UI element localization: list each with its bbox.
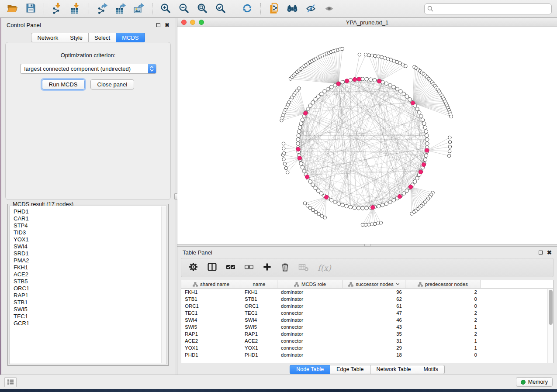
mcds-node-item[interactable]: TEC1 bbox=[14, 313, 166, 320]
cell-successor-nodes[interactable]: 31 bbox=[343, 337, 405, 344]
save-session-button[interactable] bbox=[23, 2, 38, 16]
column-header-shared-name[interactable]: shared name bbox=[181, 280, 241, 288]
table-settings-button[interactable] bbox=[188, 261, 198, 274]
task-history-button[interactable] bbox=[4, 377, 17, 387]
network-file-share-button[interactable] bbox=[266, 2, 282, 16]
cell-MCDS-role[interactable]: connector bbox=[277, 323, 343, 330]
cell-successor-nodes[interactable]: 35 bbox=[343, 330, 405, 337]
export-image-button[interactable] bbox=[131, 2, 147, 16]
cell-MCDS-role[interactable]: dominator bbox=[277, 330, 343, 337]
table-row[interactable]: ORC1ORC1dominator610 bbox=[181, 303, 553, 309]
table-scrollbar[interactable] bbox=[547, 289, 553, 363]
mcds-node-item[interactable]: STP4 bbox=[14, 222, 166, 229]
zoom-fit-button[interactable] bbox=[194, 2, 210, 16]
tab-node-table[interactable]: Node Table bbox=[290, 365, 330, 374]
cell-predecessor-nodes[interactable]: 0 bbox=[405, 351, 481, 358]
cell-successor-nodes[interactable]: 47 bbox=[343, 309, 405, 316]
hide-graphics-details-button[interactable] bbox=[303, 2, 318, 16]
tab-edge-table[interactable]: Edge Table bbox=[330, 365, 370, 374]
cell-shared-name[interactable]: STB1 bbox=[181, 296, 241, 303]
cell-successor-nodes[interactable]: 46 bbox=[343, 316, 405, 323]
show-graphics-details-button[interactable] bbox=[321, 2, 337, 16]
mcds-node-item[interactable]: FKH1 bbox=[14, 264, 166, 271]
cell-MCDS-role[interactable]: connector bbox=[277, 309, 343, 316]
table-row[interactable]: SWI4SWI4dominator462 bbox=[181, 316, 553, 323]
table-row[interactable]: FKH1FKH1dominator962 bbox=[181, 289, 553, 296]
mcds-node-item[interactable]: SWI4 bbox=[14, 243, 166, 250]
mcds-node-item[interactable]: TID3 bbox=[14, 229, 166, 236]
mcds-list-scrollbar[interactable] bbox=[161, 206, 166, 363]
cell-shared-name[interactable]: TEC1 bbox=[181, 309, 241, 316]
close-panel-button[interactable]: Close panel bbox=[90, 79, 135, 89]
cell-successor-nodes[interactable]: 62 bbox=[343, 296, 405, 303]
cell-MCDS-role[interactable]: dominator bbox=[277, 303, 343, 309]
apply-layout-button[interactable] bbox=[239, 2, 255, 16]
table-row[interactable]: RAP1RAP1dominator352 bbox=[181, 330, 553, 337]
mcds-node-item[interactable]: PHD1 bbox=[14, 208, 166, 215]
column-header-predecessor-nodes[interactable]: predecessor nodes bbox=[405, 280, 481, 288]
mcds-node-item[interactable]: SRD1 bbox=[14, 250, 166, 257]
import-table-button[interactable] bbox=[68, 2, 83, 16]
cell-shared-name[interactable]: ACE2 bbox=[181, 337, 241, 344]
cell-MCDS-role[interactable]: dominator bbox=[277, 316, 343, 323]
zoom-in-button[interactable] bbox=[158, 2, 173, 16]
cell-predecessor-nodes[interactable]: 2 bbox=[405, 289, 481, 296]
cell-shared-name[interactable]: SWI4 bbox=[181, 316, 241, 323]
network-canvas[interactable] bbox=[177, 27, 557, 244]
cell-shared-name[interactable]: PHD1 bbox=[181, 351, 241, 358]
column-header-MCDS-role[interactable]: MCDS role bbox=[277, 280, 343, 288]
mcds-node-item[interactable]: RAP1 bbox=[14, 292, 166, 299]
cell-predecessor-nodes[interactable]: 1 bbox=[405, 344, 481, 351]
table-row[interactable]: STB1STB1dominator620 bbox=[181, 296, 553, 303]
cell-name[interactable]: SWI5 bbox=[241, 323, 277, 330]
cell-MCDS-role[interactable]: dominator bbox=[277, 296, 343, 303]
cell-predecessor-nodes[interactable]: 0 bbox=[405, 296, 481, 303]
cell-shared-name[interactable]: YOX1 bbox=[181, 344, 241, 351]
cell-predecessor-nodes[interactable]: 2 bbox=[405, 309, 481, 316]
tab-network-table[interactable]: Network Table bbox=[370, 365, 418, 374]
cell-predecessor-nodes[interactable]: 1 bbox=[405, 323, 481, 330]
column-header-successor-nodes[interactable]: successor nodes bbox=[343, 280, 405, 288]
close-panel-icon[interactable]: ✖ bbox=[165, 23, 170, 27]
tab-motifs[interactable]: Motifs bbox=[417, 365, 444, 374]
cell-MCDS-role[interactable]: connector bbox=[277, 337, 343, 344]
select-all-rows-button[interactable] bbox=[226, 261, 235, 274]
cell-name[interactable]: ACE2 bbox=[241, 337, 277, 344]
deselect-all-rows-button[interactable] bbox=[244, 261, 254, 274]
table-row[interactable]: PHD1PHD1dominator180 bbox=[181, 351, 553, 358]
mcds-node-item[interactable]: GCR1 bbox=[14, 320, 166, 327]
float-panel-icon[interactable] bbox=[156, 23, 160, 27]
column-header-name[interactable]: name bbox=[241, 280, 277, 288]
cell-MCDS-role[interactable]: dominator bbox=[277, 351, 343, 358]
cell-successor-nodes[interactable]: 61 bbox=[343, 303, 405, 309]
binoculars-find-button[interactable] bbox=[284, 2, 300, 16]
add-column-button[interactable] bbox=[263, 261, 272, 274]
tab-mcds[interactable]: MCDS bbox=[116, 33, 145, 42]
zoom-selected-button[interactable] bbox=[213, 2, 228, 16]
cell-MCDS-role[interactable]: connector bbox=[277, 344, 343, 351]
cell-MCDS-role[interactable]: dominator bbox=[277, 289, 343, 296]
export-network-button[interactable] bbox=[94, 2, 110, 16]
cell-predecessor-nodes[interactable]: 2 bbox=[405, 330, 481, 337]
cell-name[interactable]: SWI4 bbox=[241, 316, 277, 323]
tab-style[interactable]: Style bbox=[64, 33, 89, 42]
cell-shared-name[interactable]: FKH1 bbox=[181, 289, 241, 296]
mcds-node-item[interactable]: STB5 bbox=[14, 278, 166, 285]
delete-rows-button[interactable] bbox=[280, 261, 290, 274]
float-panel-icon[interactable] bbox=[539, 251, 543, 254]
cell-shared-name[interactable]: RAP1 bbox=[181, 330, 241, 337]
mcds-node-item[interactable]: CAR1 bbox=[14, 215, 166, 222]
cell-name[interactable]: FKH1 bbox=[241, 289, 277, 296]
mcds-node-item[interactable]: ACE2 bbox=[14, 271, 166, 278]
cell-shared-name[interactable]: SWI5 bbox=[181, 323, 241, 330]
mcds-node-item[interactable]: STB1 bbox=[14, 299, 166, 306]
zoom-out-button[interactable] bbox=[176, 2, 192, 16]
cell-name[interactable]: TEC1 bbox=[241, 309, 277, 316]
table-row[interactable]: YOX1YOX1connector291 bbox=[181, 344, 553, 351]
mcds-node-item[interactable]: SWI5 bbox=[14, 306, 166, 313]
run-mcds-button[interactable]: Run MCDS bbox=[42, 79, 85, 89]
cell-successor-nodes[interactable]: 18 bbox=[343, 351, 405, 358]
table-row[interactable]: TEC1TEC1connector472 bbox=[181, 309, 553, 316]
mcds-node-item[interactable]: YOX1 bbox=[14, 236, 166, 243]
cell-name[interactable]: YOX1 bbox=[241, 344, 277, 351]
